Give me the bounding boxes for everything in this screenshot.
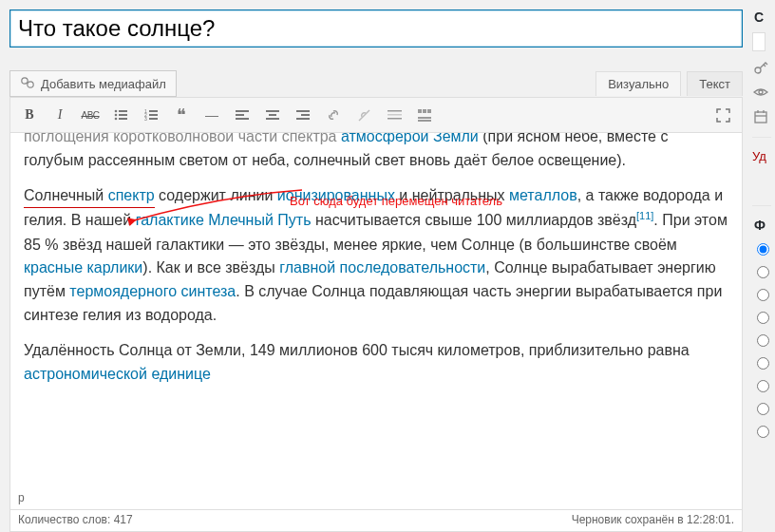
format-radio-7[interactable] [757, 380, 769, 392]
strike-button[interactable]: ABC [77, 102, 104, 128]
editor-content[interactable]: поглощения коротковолновой части спектра… [10, 133, 742, 488]
svg-rect-14 [236, 110, 249, 112]
format-radio-4[interactable] [757, 312, 769, 324]
svg-rect-26 [388, 118, 402, 120]
format-radio-2[interactable] [757, 266, 769, 278]
svg-point-4 [115, 114, 118, 117]
word-count: Количество слов: 417 [18, 513, 133, 526]
tab-visual[interactable]: Визуально [595, 71, 681, 96]
svg-rect-25 [388, 114, 402, 116]
link-spectrum[interactable]: спектр [108, 187, 155, 203]
svg-rect-7 [119, 118, 127, 120]
svg-rect-20 [296, 110, 310, 112]
add-media-label: Добавить медиафайл [41, 77, 166, 91]
svg-rect-30 [418, 117, 431, 119]
link-milky-way[interactable]: Млечный Путь [208, 213, 311, 229]
add-media-button[interactable]: Добавить медиафайл [9, 70, 177, 97]
align-center-button[interactable] [259, 102, 286, 128]
svg-rect-31 [418, 120, 431, 122]
link-metals[interactable]: металлов [509, 187, 577, 203]
svg-point-1 [28, 82, 33, 87]
format-radio-1[interactable] [757, 243, 769, 256]
quote-button[interactable]: ❝ [168, 102, 195, 128]
truncated-text: поглощения коротковолновой части спектра [24, 133, 341, 144]
ol-button[interactable]: 123 [138, 102, 164, 128]
svg-rect-10 [149, 118, 158, 120]
svg-point-0 [22, 78, 28, 84]
more-button[interactable] [381, 102, 407, 128]
draft-saved: Черновик сохранён в 12:28:01. [572, 513, 734, 526]
svg-rect-27 [418, 109, 422, 113]
svg-text:3: 3 [144, 116, 147, 122]
svg-rect-19 [266, 118, 279, 120]
link-atmosphere[interactable]: атмосферой Земли [341, 133, 479, 144]
italic-button[interactable]: I [47, 102, 73, 128]
editor-toolbar: B I ABC 123 ❝ — [10, 98, 742, 133]
svg-point-6 [115, 118, 118, 121]
sidebar-section-2: Ф [752, 218, 766, 233]
svg-rect-34 [755, 112, 766, 123]
unlink-button[interactable] [350, 102, 377, 128]
align-right-button[interactable] [290, 102, 316, 128]
svg-rect-15 [236, 114, 244, 116]
trash-link[interactable]: Уд [752, 149, 766, 163]
eye-icon [752, 84, 769, 101]
svg-rect-18 [269, 114, 276, 116]
anchor-target: Солнечный спектр [24, 184, 155, 209]
annotation-text: Вот сюда будет перемещен читатель [290, 192, 502, 211]
bold-button[interactable]: B [16, 102, 43, 128]
svg-rect-16 [236, 118, 249, 120]
link-au[interactable]: астрономической единице [24, 366, 211, 382]
format-radio-6[interactable] [757, 357, 769, 370]
align-left-button[interactable] [229, 102, 255, 128]
link-fusion[interactable]: термоядерного синтеза [69, 283, 236, 299]
svg-rect-21 [301, 114, 310, 116]
svg-rect-5 [119, 114, 127, 116]
svg-rect-17 [266, 110, 279, 112]
link-red-dwarfs[interactable]: красные карлики [24, 259, 142, 276]
fullscreen-button[interactable] [709, 102, 736, 128]
calendar-icon [752, 108, 769, 125]
svg-rect-24 [388, 110, 402, 112]
svg-line-23 [359, 110, 369, 121]
link-galaxy[interactable]: галактике [136, 213, 204, 229]
svg-point-33 [759, 90, 763, 94]
format-radio-9[interactable] [757, 426, 769, 438]
svg-rect-28 [423, 109, 426, 113]
post-title-input[interactable] [9, 10, 743, 48]
reference-11[interactable]: [11] [636, 210, 653, 221]
key-icon [752, 59, 769, 76]
toolbar-toggle-button[interactable] [411, 102, 438, 128]
element-path: p [10, 488, 742, 509]
sidebar-field[interactable] [752, 32, 766, 51]
format-radio-8[interactable] [757, 403, 769, 415]
svg-rect-3 [119, 110, 127, 112]
link-main-sequence[interactable]: главной последовательности [279, 259, 485, 276]
svg-rect-9 [149, 114, 158, 116]
svg-rect-8 [149, 110, 158, 112]
link-button[interactable] [320, 102, 347, 128]
svg-point-2 [115, 110, 118, 113]
tab-text[interactable]: Текст [687, 71, 743, 96]
svg-rect-22 [296, 118, 310, 120]
sidebar-section-1: С [752, 10, 764, 25]
editor-container: B I ABC 123 ❝ — поглощения [9, 97, 743, 532]
svg-rect-29 [427, 109, 431, 113]
format-radio-3[interactable] [757, 289, 769, 301]
media-icon [20, 76, 35, 91]
format-radio-5[interactable] [757, 334, 769, 347]
ul-button[interactable] [107, 102, 134, 128]
hr-button[interactable]: — [198, 102, 225, 128]
